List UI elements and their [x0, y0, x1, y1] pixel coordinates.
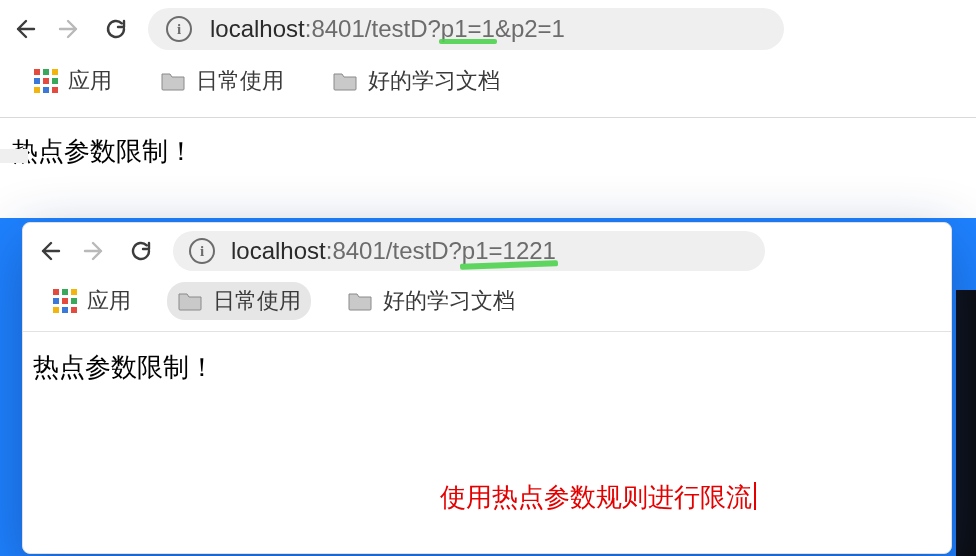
folder-icon [160, 70, 186, 92]
url-highlight: p1=1 [441, 15, 495, 42]
selection-shade [0, 149, 28, 163]
back-button[interactable] [10, 15, 38, 43]
url-highlight: p1=1221 [462, 237, 556, 264]
arrow-left-icon [37, 239, 61, 263]
url-path-a: :8401/testD? [326, 237, 462, 264]
info-icon[interactable]: i [166, 16, 192, 42]
folder-icon [347, 290, 373, 312]
arrow-right-icon [58, 17, 82, 41]
address-bar[interactable]: i localhost:8401/testD?p1=1&p2=1 [148, 8, 784, 50]
url-host: localhost [231, 237, 326, 264]
info-glyph: i [200, 244, 204, 259]
bookmark-daily-label: 日常使用 [213, 286, 301, 316]
apps-icon [53, 289, 77, 313]
bookmark-daily[interactable]: 日常使用 [167, 282, 311, 320]
url-text: localhost:8401/testD?p1=1221 [231, 237, 556, 265]
apps-button[interactable]: 应用 [43, 282, 141, 320]
address-bar[interactable]: i localhost:8401/testD?p1=1221 [173, 231, 765, 271]
arrow-left-icon [12, 17, 36, 41]
reload-icon [129, 239, 153, 263]
reload-button[interactable] [102, 15, 130, 43]
forward-button[interactable] [56, 15, 84, 43]
bookmark-docs-label: 好的学习文档 [368, 66, 500, 96]
bookmark-daily[interactable]: 日常使用 [150, 62, 294, 100]
bookmark-daily-label: 日常使用 [196, 66, 284, 96]
forward-button[interactable] [81, 237, 109, 265]
outer-page-body: 热点参数限制！ [0, 118, 976, 185]
url-path-b: &p2=1 [495, 15, 565, 42]
back-button[interactable] [35, 237, 63, 265]
url-host: localhost [210, 15, 305, 42]
inner-page-body: 热点参数限制！ [23, 332, 951, 403]
arrow-right-icon [83, 239, 107, 263]
apps-label: 应用 [68, 66, 112, 96]
outer-page-text: 热点参数限制！ [12, 136, 194, 166]
outer-toolbar: i localhost:8401/testD?p1=1&p2=1 [0, 0, 976, 58]
bookmark-docs[interactable]: 好的学习文档 [337, 282, 525, 320]
bookmarks-bar: 应用 日常使用 好的学习文档 [23, 279, 951, 323]
inner-page-text: 热点参数限制！ [33, 352, 215, 382]
annotation-text: 使用热点参数规则进行限流 [440, 480, 756, 515]
annotation-label: 使用热点参数规则进行限流 [440, 482, 752, 512]
apps-button[interactable]: 应用 [24, 62, 122, 100]
info-icon[interactable]: i [189, 238, 215, 264]
dark-strip [956, 290, 976, 556]
folder-icon [332, 70, 358, 92]
inner-toolbar: i localhost:8401/testD?p1=1221 [23, 223, 951, 279]
info-glyph: i [177, 22, 181, 37]
bookmark-docs[interactable]: 好的学习文档 [322, 62, 510, 100]
bookmark-docs-label: 好的学习文档 [383, 286, 515, 316]
url-text: localhost:8401/testD?p1=1&p2=1 [210, 15, 565, 43]
apps-icon [34, 69, 58, 93]
folder-icon [177, 290, 203, 312]
reload-button[interactable] [127, 237, 155, 265]
apps-label: 应用 [87, 286, 131, 316]
bookmarks-bar: 应用 日常使用 好的学习文档 [0, 58, 976, 105]
url-path-a: :8401/testD? [305, 15, 441, 42]
reload-icon [104, 17, 128, 41]
text-cursor-icon [754, 482, 756, 510]
